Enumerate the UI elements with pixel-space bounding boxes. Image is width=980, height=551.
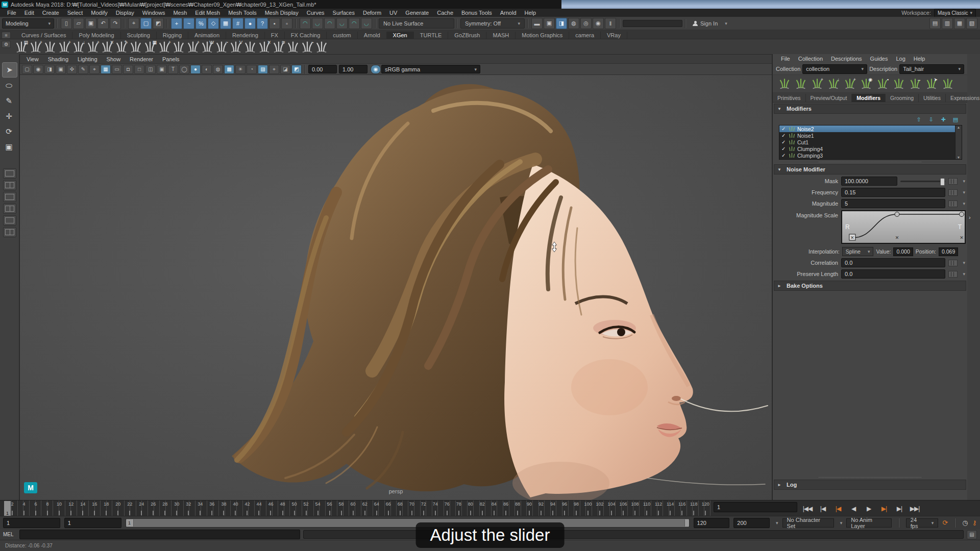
menu-item[interactable]: Bonus Tools <box>457 10 496 16</box>
modifier-list-item[interactable]: ✓ Noise1 <box>779 132 962 139</box>
modifier-list-item[interactable]: ✓ Clumping3 <box>779 152 962 159</box>
shelf-menu-icon[interactable]: ≡ <box>2 32 11 39</box>
menu-item[interactable]: Select <box>63 10 87 16</box>
timeline-ruler[interactable]: 1 24681012141618202224262830323436384042… <box>0 500 710 516</box>
render-icon[interactable]: ‖ <box>605 18 616 29</box>
snap-icon[interactable]: ▫ <box>281 18 292 29</box>
xgen-toolbar-icon[interactable]: ▪ <box>876 78 889 90</box>
menu-item[interactable]: Arnold <box>496 10 521 16</box>
shelf-tab[interactable]: VRay <box>601 32 627 39</box>
ramp-position-marker[interactable]: ✕ <box>960 235 964 240</box>
xgen-toolbar-icon[interactable] <box>795 78 807 90</box>
viewport-menu-item[interactable]: Shading <box>43 56 73 62</box>
shelf-gear-icon[interactable]: ⚙ <box>2 41 11 48</box>
viewport-toolbar-icon[interactable]: ◩ <box>291 65 302 74</box>
layout-graph-button[interactable] <box>3 227 16 237</box>
keyframe-icon[interactable] <box>948 178 958 185</box>
scroll-up-icon[interactable]: ▲ <box>957 126 961 129</box>
chevron-down-icon[interactable]: ▾ <box>963 201 965 206</box>
viewport-toolbar-icon[interactable]: ▭ <box>112 65 122 74</box>
viewport-toolbar-icon[interactable]: ● <box>190 65 201 74</box>
menu-item[interactable]: Edit <box>20 10 38 16</box>
mel-input-field[interactable] <box>19 530 300 539</box>
ramp-curve[interactable]: ✕✕✕ <box>842 211 965 241</box>
xgen-shelf-icon[interactable] <box>129 40 142 54</box>
xgen-menu-item[interactable]: Log <box>892 56 909 62</box>
keyframe-icon[interactable] <box>948 189 958 196</box>
xgen-shelf-icon[interactable]: + <box>58 40 71 54</box>
view-transform-dropdown[interactable]: sRGB gamma ▾ <box>381 65 480 73</box>
selection-mode-icon[interactable]: ⌖ <box>128 18 139 29</box>
xgen-menu-item[interactable]: Descriptions <box>827 56 866 62</box>
playback-button[interactable]: ▶| <box>892 503 906 514</box>
description-dropdown[interactable]: Tail_hair ▾ <box>899 64 964 74</box>
history-icon[interactable]: ◡ <box>361 18 372 29</box>
render-icon[interactable]: ◎ <box>580 18 592 29</box>
exposure-field[interactable]: 0.00 <box>308 65 337 73</box>
viewport-toolbar-icon[interactable]: ◔ <box>247 65 257 74</box>
magnitude-field[interactable]: 5 <box>841 199 945 208</box>
xgen-menu-item[interactable]: File <box>777 56 794 62</box>
file-button-icon[interactable]: ▱ <box>73 18 84 29</box>
xgen-toolbar-icon[interactable]: ↔ <box>909 78 921 90</box>
viewport-menu-item[interactable]: Renderer <box>125 56 158 62</box>
menu-item[interactable]: Create <box>38 10 63 16</box>
shelf-tab[interactable]: Sculpting <box>121 32 157 39</box>
tool-icon[interactable]: ⟳ <box>2 124 16 139</box>
ramp-point[interactable] <box>895 212 899 217</box>
xgen-shelf-icon[interactable]: ↓ <box>72 40 85 54</box>
xgen-menu-item[interactable]: Help <box>910 56 929 62</box>
range-end-handle[interactable] <box>684 519 689 527</box>
playback-button[interactable]: ▶| <box>877 503 891 514</box>
fps-dropdown[interactable]: 24 fps ▾ <box>906 518 938 528</box>
interpolation-dropdown[interactable]: Spline ▾ <box>842 247 874 256</box>
animation-start-field[interactable]: 1 <box>3 518 60 528</box>
menu-item[interactable]: Generate <box>401 10 433 16</box>
shelf-tab[interactable]: GoZBrush <box>448 32 486 39</box>
playback-button[interactable]: |◀◀ <box>800 503 815 514</box>
layout-persp-outliner-button[interactable] <box>3 204 16 214</box>
xgen-tab[interactable]: Primitives <box>773 94 806 102</box>
viewport-toolbar-icon[interactable]: ◐ <box>202 65 212 74</box>
xgen-shelf-icon[interactable]: + <box>29 40 42 54</box>
ramp-position-marker[interactable]: ✕ <box>895 235 899 240</box>
tool-icon[interactable]: ✛ <box>2 109 16 123</box>
xgen-shelf-icon[interactable]: + <box>186 40 200 54</box>
shelf-tab[interactable]: Rigging <box>157 32 188 39</box>
viewport-toolbar-icon[interactable]: ☀ <box>235 65 246 74</box>
mask-slider-handle[interactable] <box>940 178 945 186</box>
layout-four-pane-button[interactable] <box>3 192 16 202</box>
xgen-shelf-icon[interactable] <box>315 40 328 54</box>
viewport-toolbar-icon[interactable]: T <box>168 65 178 74</box>
tool-icon[interactable]: ⬭ <box>2 79 16 93</box>
viewport-toolbar-icon[interactable]: □ <box>134 65 144 74</box>
sign-in-button[interactable]: Sign In ▾ <box>689 19 731 28</box>
viewport-menu-item[interactable]: Panels <box>158 56 184 62</box>
xgen-shelf-icon[interactable]: ✎ <box>115 40 128 54</box>
log-section-header[interactable]: ► Log <box>774 480 966 490</box>
tool-icon[interactable]: ▣ <box>2 140 16 154</box>
playback-button[interactable]: ▶▶| <box>908 503 922 514</box>
xgen-tab[interactable]: Grooming <box>886 94 919 102</box>
playback-button[interactable]: ◀ <box>846 503 861 514</box>
viewport-toolbar-icon[interactable]: ▢ <box>22 65 32 74</box>
noise-modifier-section-header[interactable]: ▼ Noise Modifier <box>774 164 966 174</box>
menu-item[interactable]: Curves <box>303 10 329 16</box>
workspace-dropdown[interactable]: Maya Classic ▾ <box>934 9 976 17</box>
shelf-tab[interactable]: Motion Graphics <box>516 32 569 39</box>
ramp-position-marker[interactable]: ✕ <box>850 235 854 240</box>
symmetry-dropdown[interactable]: Symmetry: Off ▾ <box>460 18 525 29</box>
shelf-tab[interactable]: Curves / Surfaces <box>15 32 72 39</box>
mel-label[interactable]: MEL <box>3 532 16 537</box>
viewport-3d-canvas[interactable]: M persp <box>20 75 772 500</box>
menu-item[interactable]: Cache <box>433 10 457 16</box>
tool-icon[interactable]: ➤ <box>2 62 17 78</box>
menu-item[interactable]: Surfaces <box>329 10 359 16</box>
viewport-toolbar-icon[interactable]: ◫ <box>145 65 156 74</box>
shelf-tab[interactable]: camera <box>569 32 601 39</box>
modifiers-section-header[interactable]: ▼ Modifiers <box>774 104 966 114</box>
menu-item[interactable]: Mesh <box>169 10 191 16</box>
splitter[interactable] <box>819 162 921 162</box>
xgen-shelf-icon[interactable]: ▦ <box>143 40 157 54</box>
shelf-tab[interactable]: TURTLE <box>414 32 449 39</box>
